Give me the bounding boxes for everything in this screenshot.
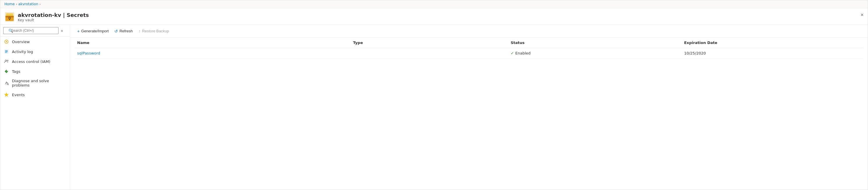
generate-import-label: Generate/Import [81,29,109,33]
cell-type [351,48,508,59]
search-icon: 🔍 [8,29,13,33]
plus-icon: + [77,29,80,33]
enabled-check-icon: ✓ [510,51,514,55]
column-header-expiration: Expiration Date [682,37,863,48]
cell-expiration: 10/25/2020 [682,48,863,59]
resource-title: akvrotation-kv | Secrets [18,12,864,18]
cell-name: sqlPassword [75,48,351,59]
sidebar-item-events[interactable]: Events [0,90,70,100]
collapse-sidebar-button[interactable]: « [60,27,64,34]
resource-title-block: akvrotation-kv | Secrets Key vault [18,12,864,22]
table-header-row: Name Type Status Expiration Date [75,37,863,48]
status-label: Enabled [515,51,531,55]
activity-log-icon [4,49,9,54]
sidebar-item-label-activity-log: Activity log [12,50,33,54]
svg-point-15 [7,71,7,71]
overview-icon [4,39,9,44]
svg-point-14 [7,60,8,61]
main-body: 🔍 « Overview Activity log Access control… [0,25,868,190]
main-window: Home › akvrotation › akvrotation-kv | Se… [0,0,868,190]
breadcrumb-chevron-2: › [39,2,40,6]
breadcrumb-parent[interactable]: akvrotation [18,2,38,6]
sidebar-nav: Overview Activity log Access control (IA… [0,37,70,190]
content-area: + Generate/Import ↺ Refresh ↑ Restore Ba… [70,25,868,190]
refresh-label: Refresh [119,29,133,33]
refresh-button[interactable]: ↺ Refresh [112,27,135,35]
search-wrap: 🔍 [3,27,59,34]
sidebar-item-tags[interactable]: Tags [0,66,70,76]
restore-backup-button[interactable]: ↑ Restore Backup [136,27,172,35]
column-header-type: Type [351,37,508,48]
sidebar: 🔍 « Overview Activity log Access control… [0,25,70,190]
column-header-status: Status [508,37,682,48]
breadcrumb-home[interactable]: Home [4,2,14,6]
sidebar-item-overview[interactable]: Overview [0,37,70,47]
sidebar-item-label-access-control: Access control (IAM) [12,59,50,64]
access-control-icon [4,59,9,64]
sidebar-item-access-control[interactable]: Access control (IAM) [0,57,70,66]
svg-point-8 [6,41,7,42]
sidebar-item-label-overview: Overview [12,39,30,44]
refresh-icon: ↺ [114,29,118,33]
table-row: sqlPassword ✓ Enabled 10/25/2020 [75,48,863,59]
secrets-table-area: Name Type Status Expiration Date sqlPass… [70,37,868,190]
generate-import-button[interactable]: + Generate/Import [75,27,111,35]
sidebar-item-label-tags: Tags [12,70,20,74]
sidebar-item-label-diagnose: Diagnose and solve problems [12,79,66,87]
resource-header: akvrotation-kv | Secrets Key vault × [0,8,868,25]
sidebar-item-activity-log[interactable]: Activity log [0,47,70,57]
diagnose-icon [4,80,9,86]
cell-status: ✓ Enabled [508,48,682,59]
keyvault-icon [4,12,15,22]
close-button[interactable]: × [861,12,864,18]
sidebar-search-area: 🔍 « [0,25,70,37]
events-icon [4,92,9,97]
restore-backup-label: Restore Backup [142,29,169,33]
breadcrumb-chevron-1: › [16,2,17,6]
resource-subtitle: Key vault [18,18,864,22]
sidebar-item-label-events: Events [12,93,25,97]
svg-point-13 [5,60,7,61]
toolbar: + Generate/Import ↺ Refresh ↑ Restore Ba… [70,25,868,37]
tags-icon [4,69,9,74]
svg-line-17 [8,84,8,85]
svg-point-6 [9,18,10,19]
svg-rect-5 [9,19,10,20]
sidebar-item-diagnose[interactable]: Diagnose and solve problems [0,76,70,90]
secrets-table: Name Type Status Expiration Date sqlPass… [75,37,863,59]
breadcrumb: Home › akvrotation › [0,0,868,8]
column-header-name: Name [75,37,351,48]
restore-icon: ↑ [138,29,141,33]
secret-name-link[interactable]: sqlPassword [77,51,100,55]
